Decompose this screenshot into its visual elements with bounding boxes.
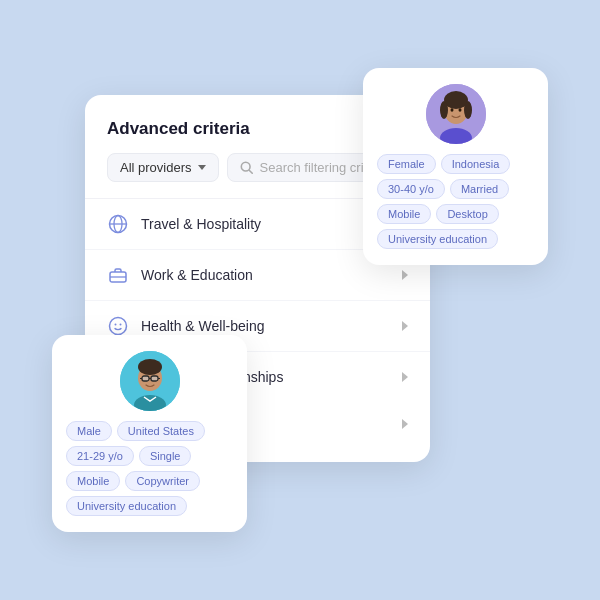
tag-us: United States <box>117 421 205 441</box>
tag-indonesia: Indonesia <box>441 154 511 174</box>
svg-point-9 <box>120 324 122 326</box>
chevron-right-icon-health <box>402 321 408 331</box>
svg-point-19 <box>464 101 472 119</box>
globe-icon <box>107 213 129 235</box>
svg-point-22 <box>138 359 162 375</box>
criteria-label-health: Health & Well-being <box>141 318 264 334</box>
svg-point-7 <box>110 318 127 335</box>
smile-icon <box>107 315 129 337</box>
svg-point-18 <box>440 101 448 119</box>
avatar-female <box>426 84 486 144</box>
profile-card-male: Male United States 21-29 y/o Single Mobi… <box>52 335 247 532</box>
tag-female: Female <box>377 154 436 174</box>
svg-line-1 <box>249 170 252 173</box>
male-tags-container: Male United States 21-29 y/o Single Mobi… <box>66 421 233 516</box>
svg-point-8 <box>115 324 117 326</box>
criteria-label-travel: Travel & Hospitality <box>141 216 261 232</box>
svg-point-17 <box>458 108 461 112</box>
tag-mobile: Mobile <box>377 204 431 224</box>
tag-single: Single <box>139 446 192 466</box>
tag-copywriter: Copywriter <box>125 471 200 491</box>
chevron-right-icon-work <box>402 270 408 280</box>
avatar-male <box>120 351 180 411</box>
tag-married: Married <box>450 179 509 199</box>
svg-rect-23 <box>142 376 149 381</box>
chevron-right-icon-partial <box>402 419 408 429</box>
briefcase-icon <box>107 264 129 286</box>
tag-university: University education <box>377 229 498 249</box>
tag-age-range: 30-40 y/o <box>377 179 445 199</box>
tag-mobile-2: Mobile <box>66 471 120 491</box>
svg-rect-24 <box>151 376 158 381</box>
chevron-right-icon-family <box>402 372 408 382</box>
tag-age-range-2: 21-29 y/o <box>66 446 134 466</box>
female-tags-container: Female Indonesia 30-40 y/o Married Mobil… <box>377 154 534 249</box>
search-icon <box>240 161 254 175</box>
criteria-label-work: Work & Education <box>141 267 253 283</box>
tag-desktop: Desktop <box>436 204 498 224</box>
svg-point-16 <box>450 108 453 112</box>
tag-male: Male <box>66 421 112 441</box>
provider-dropdown[interactable]: All providers <box>107 153 219 182</box>
tag-university-2: University education <box>66 496 187 516</box>
chevron-down-icon <box>198 165 206 170</box>
profile-card-female: Female Indonesia 30-40 y/o Married Mobil… <box>363 68 548 265</box>
provider-label: All providers <box>120 160 192 175</box>
